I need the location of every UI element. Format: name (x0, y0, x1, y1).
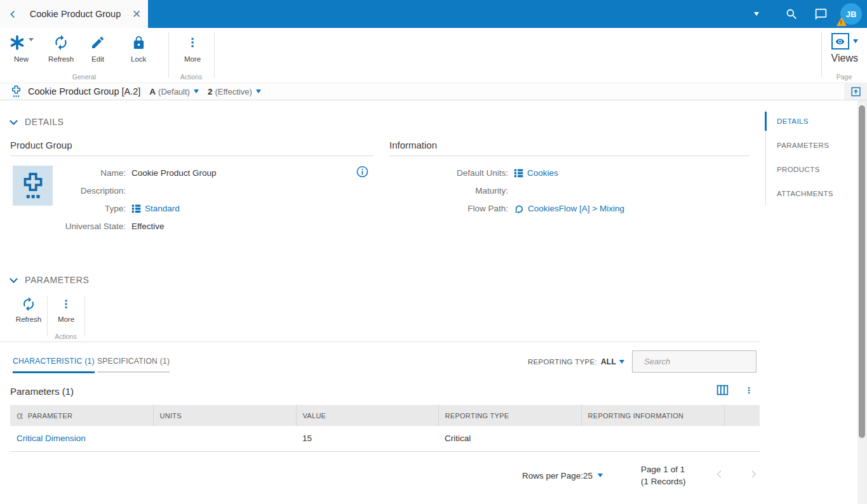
tab-characteristic[interactable]: CHARACTERISTIC (1) (13, 357, 95, 373)
topbar-dropdown-caret-icon[interactable] (754, 12, 759, 16)
new-button[interactable]: New (9, 33, 34, 63)
revision-selector[interactable]: 2 (Effective) (208, 87, 261, 96)
search-input[interactable] (644, 357, 757, 366)
parameters-search (632, 350, 756, 373)
table-more-button[interactable] (744, 383, 753, 400)
ribbon-separator (168, 32, 169, 77)
product-group-panel: Product Group (10, 140, 373, 156)
parameter-link[interactable]: Critical Dimension (17, 434, 86, 443)
col-value[interactable]: VALUE (296, 405, 438, 426)
flow-path-label: Flow Path: (389, 204, 508, 213)
product-group-icon (20, 172, 46, 200)
parameters-table: αPARAMETER UNITS VALUE REPORTING TYPE RE… (10, 405, 760, 452)
edit-pencil-icon (90, 33, 105, 52)
parameters-more-button[interactable]: More (51, 296, 81, 323)
product-group-thumbnail[interactable] (13, 166, 53, 206)
top-bar-right: JB (148, 0, 867, 28)
scrollbar-thumb[interactable] (859, 105, 865, 438)
edit-button[interactable]: Edit (90, 33, 105, 63)
more-dots-icon (744, 383, 753, 397)
info-icon-button[interactable] (356, 165, 369, 181)
refresh-button[interactable]: Refresh (48, 33, 74, 63)
eye-icon (831, 33, 849, 50)
cell-reporting-information (581, 426, 724, 451)
more-button[interactable]: More (178, 33, 207, 63)
title-bar: Cookie Product Group ✕ JB (0, 0, 867, 28)
user-avatar[interactable]: JB (835, 0, 867, 28)
lock-button[interactable]: Lock (131, 33, 146, 63)
maturity-value (514, 185, 624, 197)
tab-title[interactable]: Cookie Product Group (25, 9, 125, 19)
type-value-link[interactable]: Standard (145, 204, 180, 213)
tab-area: Cookie Product Group ✕ (0, 0, 148, 28)
information-fields: Default Units: Cookies Maturity: Flow Pa… (389, 167, 624, 215)
revision-caret-icon (256, 90, 261, 93)
breadcrumb-title: Cookie Product Group [A.2] (28, 86, 140, 96)
refresh-icon (21, 296, 36, 312)
flow-path-value-link[interactable]: CookiesFlow [A] > Mixing (528, 204, 624, 213)
previous-page-button[interactable] (715, 469, 725, 482)
ribbon-separator (214, 32, 215, 77)
name-label: Name: (56, 168, 126, 178)
warning-badge-icon (837, 17, 847, 26)
chat-icon[interactable] (806, 0, 835, 28)
information-heading: Information (389, 140, 749, 150)
maturity-label: Maturity: (389, 186, 508, 196)
table-header-row: αPARAMETER UNITS VALUE REPORTING TYPE RE… (10, 405, 760, 426)
parameters-collapse-icon (10, 275, 18, 283)
col-reporting-type[interactable]: REPORTING TYPE (438, 405, 581, 426)
tab-close-icon[interactable]: ✕ (125, 0, 148, 28)
columns-icon (716, 383, 729, 397)
col-reporting-information[interactable]: REPORTING INFORMATION (581, 405, 724, 426)
search-icon[interactable] (777, 0, 806, 28)
flow-path-icon (514, 204, 524, 214)
description-value (131, 185, 217, 197)
product-group-icon (10, 85, 22, 98)
tab-specification[interactable]: SPECIFICATION (1) (97, 357, 170, 373)
parameters-section-header[interactable]: PARAMETERS (11, 275, 89, 285)
open-in-window-button[interactable] (844, 83, 867, 100)
col-parameter[interactable]: αPARAMETER (10, 405, 153, 426)
list-icon (131, 204, 141, 213)
nav-item-products[interactable]: PRODUCTS (766, 157, 854, 182)
ribbon-group-actions: Actions (168, 73, 214, 81)
divider (389, 156, 749, 156)
nav-item-parameters[interactable]: PARAMETERS (766, 133, 854, 157)
chevron-right-icon (748, 469, 758, 479)
toolbar-separator (47, 296, 48, 336)
lock-icon (131, 33, 146, 52)
vertical-scrollbar[interactable] (857, 100, 867, 504)
record-count: (1 Records) (641, 475, 686, 487)
cell-reporting-type: Critical (438, 426, 581, 451)
pagination-footer: Rows per Page:25 Page 1 of 1 (1 Records) (522, 463, 758, 487)
rows-per-page-value: 25 (583, 471, 593, 481)
version-selector[interactable]: A (Default) (149, 87, 199, 96)
nav-item-attachments[interactable]: ATTACHMENTS (766, 182, 854, 206)
nav-item-details[interactable]: DETAILS (766, 109, 854, 133)
divider (0, 342, 760, 342)
ribbon-toolbar: New Refresh Edit Lock More General Actio… (0, 28, 867, 83)
col-units[interactable]: UNITS (153, 405, 296, 426)
next-page-button[interactable] (748, 469, 758, 482)
chevron-left-icon (715, 469, 725, 479)
open-in-window-icon (850, 86, 861, 97)
universal-state-label: Universal State: (56, 222, 126, 231)
parameters-toolbar: Refresh More Actions (0, 296, 760, 342)
default-units-value-link[interactable]: Cookies (527, 168, 558, 178)
rows-per-page-dropdown[interactable]: Rows per Page:25 (522, 471, 603, 481)
breadcrumb-bar: Cookie Product Group [A.2] A (Default) 2… (0, 83, 867, 100)
parameters-refresh-button[interactable]: Refresh (13, 296, 44, 323)
back-button[interactable] (0, 0, 25, 28)
ribbon-separator (821, 32, 822, 77)
rows-per-page-caret-icon (598, 474, 603, 477)
toolbar-separator (84, 296, 85, 336)
details-section-header[interactable]: DETAILS (11, 117, 64, 127)
product-group-fields: Name: Cookie Product Group Description: … (56, 167, 217, 232)
rows-per-page-label: Rows per Page: (522, 471, 583, 481)
parameters-table-title: Parameters (1) (10, 386, 74, 397)
reporting-type-dropdown[interactable]: ALL (601, 357, 624, 366)
column-chooser-button[interactable] (716, 383, 729, 399)
views-button[interactable]: Views (831, 33, 858, 64)
description-label: Description: (56, 186, 126, 196)
reporting-type-label: REPORTING TYPE: (528, 358, 597, 366)
